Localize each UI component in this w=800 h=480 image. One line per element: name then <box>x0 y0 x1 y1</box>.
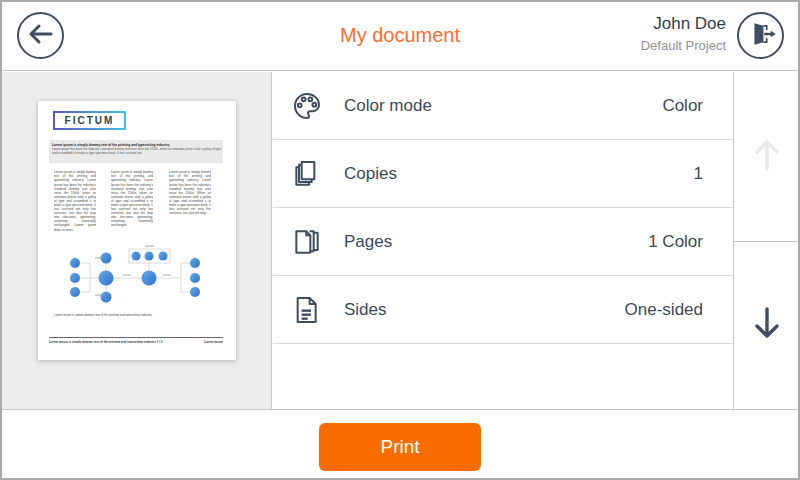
scroll-down-button[interactable] <box>734 242 800 408</box>
header: My document John Doe Default Project <box>2 2 798 71</box>
fictum-logo: FICTUM <box>53 111 126 130</box>
document-heading-block: Lorem ipsum is simply dummy text of the … <box>49 140 223 163</box>
user-name: John Doe <box>641 14 726 34</box>
copies-icon <box>291 158 323 190</box>
print-button[interactable]: Print <box>319 423 481 471</box>
setting-label: Color mode <box>344 96 432 116</box>
setting-label: Copies <box>344 164 397 184</box>
document-preview-panel: FICTUM Lorem ipsum is simply dummy text … <box>2 72 272 409</box>
arrow-up-icon <box>752 137 782 177</box>
document-footer-left: Lorem ipsum is simply dummy text of the … <box>49 340 163 343</box>
document-heading-body: Lorem ipsum has been the industry's stan… <box>52 148 223 156</box>
logout-button[interactable] <box>737 12 784 59</box>
print-job-screen: My document John Doe Default Project FIC… <box>0 0 800 480</box>
document-text-column: Lorem ipsum is simply dummy text of the … <box>169 170 211 220</box>
setting-value: Color <box>662 96 703 116</box>
print-settings-list: Color mode Color Copies 1 <box>273 72 733 409</box>
setting-value: 1 <box>694 164 703 184</box>
document-text-column: Lorem ipsum is simply dummy text of the … <box>54 170 96 234</box>
document-heading: Lorem ipsum is simply dummy text of the … <box>52 143 223 147</box>
document-caption: Lorem ipsum is simply dummy text of the … <box>54 313 219 319</box>
document-footer-rule <box>49 337 223 338</box>
footer-bar: Print <box>2 410 798 478</box>
scroll-column <box>733 72 800 409</box>
setting-label: Sides <box>344 300 387 320</box>
arrow-down-icon <box>752 305 782 345</box>
fictum-logo-text: FICTUM <box>55 113 124 128</box>
scroll-up-button[interactable] <box>734 72 800 242</box>
setting-row-sides[interactable]: Sides One-sided <box>273 276 733 344</box>
document-bubble-diagram <box>63 245 208 311</box>
setting-row-color-mode[interactable]: Color mode Color <box>273 72 733 140</box>
document-footer: Lorem ipsum is simply dummy text of the … <box>49 340 223 348</box>
logout-door-icon <box>743 16 779 56</box>
sides-icon <box>291 294 323 326</box>
pages-icon <box>291 226 323 258</box>
user-info: John Doe Default Project <box>641 14 726 53</box>
setting-value: One-sided <box>625 300 703 320</box>
palette-icon <box>291 90 323 122</box>
setting-row-copies[interactable]: Copies 1 <box>273 140 733 208</box>
document-text-column: Lorem ipsum is simply dummy text of the … <box>111 170 153 227</box>
setting-value: 1 Color <box>648 232 703 252</box>
setting-label: Pages <box>344 232 392 252</box>
document-preview-page: FICTUM Lorem ipsum is simply dummy text … <box>38 101 236 360</box>
setting-row-pages[interactable]: Pages 1 Color <box>273 208 733 276</box>
user-project: Default Project <box>641 38 726 53</box>
document-footer-right: Lorem ipsum <box>204 340 223 343</box>
